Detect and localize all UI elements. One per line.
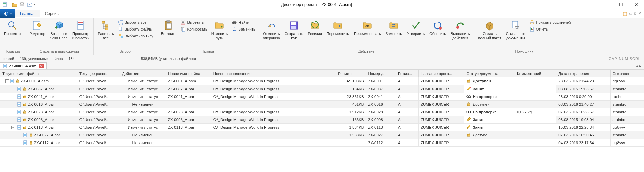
new-icon[interactable] <box>2 2 8 8</box>
maximize-button[interactable]: ☐ <box>613 0 629 9</box>
cube-arrow-icon <box>53 20 64 31</box>
document-tab[interactable]: ZX-0001_A.asm ✕ <box>0 62 47 69</box>
column-header[interactable]: Новое имя файла <box>166 70 211 77</box>
grid[interactable]: Текущее имя файлаТекущее распо...Действи… <box>0 70 644 147</box>
group-edit-label: Правка <box>202 49 214 54</box>
status-icon <box>466 94 471 99</box>
column-header[interactable]: Текущее распо... <box>77 70 120 77</box>
execute-button[interactable]: Выполнить действия <box>449 19 472 42</box>
copy-button[interactable]: Копировать <box>179 26 208 32</box>
table-row[interactable]: ZX-0041_A.parC:\Users\Pavel\...Изменить … <box>0 93 644 101</box>
status-icon <box>466 132 471 138</box>
column-header[interactable]: Статус документа ... <box>464 70 515 77</box>
table-row[interactable]: ZX-0112_A.parC:\Users\Pavel\...Не измене… <box>0 139 644 147</box>
paste-button[interactable]: Вставить <box>159 19 179 37</box>
svg-point-7 <box>9 22 14 27</box>
column-header[interactable]: Название проек... <box>418 70 464 77</box>
cut-button[interactable]: Вырезать <box>179 19 208 25</box>
email-icon[interactable] <box>26 2 33 8</box>
help-minimize-icon[interactable]: ▭ <box>629 12 632 15</box>
column-header[interactable]: Новое расположение <box>211 70 336 77</box>
create-pack-button[interactable]: Создать полный пакет <box>476 19 503 42</box>
file-name: ZX-0016_A.par <box>28 102 54 106</box>
linked-docs-button[interactable]: Связанные документы <box>504 19 527 42</box>
rename-icon: ab <box>362 20 373 31</box>
tab-service[interactable]: Сервис <box>40 9 63 18</box>
svg-rect-3 <box>21 3 23 4</box>
column-header[interactable]: Комментарий <box>515 70 556 77</box>
move-button[interactable]: Переместить <box>325 19 351 37</box>
svg-rect-48 <box>11 80 13 82</box>
column-header[interactable]: Размер <box>336 70 366 77</box>
lock-mini-icon <box>23 125 27 129</box>
find-button[interactable]: Найти <box>230 19 256 25</box>
lock-mini-icon <box>23 102 27 106</box>
status-text: Доступен <box>473 102 489 106</box>
tree-toggle[interactable]: − <box>11 126 15 129</box>
svg-rect-41 <box>533 23 534 24</box>
preview-marks-button[interactable]: Просмотр и пометки <box>70 19 92 42</box>
rename-button[interactable]: ab Переименовать <box>352 19 383 37</box>
column-header[interactable]: Номер д... <box>366 70 396 77</box>
change-path-button[interactable]: Изменить путь <box>209 19 230 42</box>
undo-button[interactable]: Отменить операцию <box>261 19 282 42</box>
svg-rect-40 <box>530 23 531 24</box>
save-as-button[interactable]: Сохранить как <box>283 19 305 42</box>
lock-mini-icon <box>23 118 27 122</box>
status-text: Доступен <box>473 79 491 83</box>
open-icon[interactable] <box>12 2 18 8</box>
table-row[interactable]: ZX-0016_A.parC:\Users\Pavel\...Не измене… <box>0 101 644 108</box>
svg-rect-17 <box>119 20 123 24</box>
status-size: 538,54МВ (уникальных файлов) <box>141 57 609 61</box>
tree-toggle[interactable]: − <box>5 79 9 83</box>
svg-point-25 <box>183 23 185 25</box>
table-row[interactable]: ZX-0027_A.parC:\Users\Pavel\...Не измене… <box>0 131 644 139</box>
status-text: На проверке <box>473 95 496 99</box>
svg-rect-56 <box>24 96 26 98</box>
tab-prev-icon[interactable]: ◂ <box>636 64 638 68</box>
svg-point-36 <box>456 26 459 29</box>
select-by-type-button[interactable]: Выбрать по типу <box>117 33 155 39</box>
ribbon: Просмотр Показать Редактор Возврат в Sol… <box>0 18 644 55</box>
replace-button[interactable]: Заменить <box>230 26 256 32</box>
scissors-icon <box>180 20 186 25</box>
column-header[interactable]: Дата сохранения <box>556 70 610 77</box>
expand-all-button[interactable]: Раскрыть все <box>96 19 116 42</box>
se-icon[interactable] <box>622 11 627 16</box>
help-restore-icon[interactable]: ⧉ <box>634 12 636 16</box>
approve-button[interactable]: Утвердить <box>405 19 427 37</box>
quick-access-toolbar: | ▾ <box>0 2 35 8</box>
column-header[interactable]: Сохранен <box>610 70 644 77</box>
preview-button[interactable]: Просмотр <box>2 19 23 37</box>
table-row[interactable]: ZX-0028_A.parC:\Users\Pavel\...Изменить … <box>0 108 644 116</box>
svg-rect-65 <box>24 112 26 113</box>
show-parents-button[interactable]: Показать родителей <box>528 19 572 25</box>
execute-icon <box>455 20 466 31</box>
reports-button[interactable]: Отчеты <box>528 26 572 32</box>
return-se-button[interactable]: Возврат в Solid Edge <box>48 19 70 42</box>
svg-rect-60 <box>18 104 20 105</box>
help-close-icon[interactable]: ✕ <box>638 11 641 16</box>
app-menu-button[interactable]: ▾ <box>0 9 15 18</box>
column-header[interactable]: Ревиз... <box>396 70 418 77</box>
tab-next-icon[interactable]: ▸ <box>639 64 641 68</box>
replace-action-button[interactable]: Заменить <box>384 19 404 37</box>
column-header[interactable]: Текущее имя файла <box>0 70 77 77</box>
editor-button[interactable]: Редактор <box>27 19 47 37</box>
minimize-button[interactable]: — <box>598 0 613 9</box>
tab-close-button[interactable]: ✕ <box>39 64 44 68</box>
folder-path-icon <box>214 20 225 31</box>
revision-button[interactable]: Ревизия <box>306 19 324 37</box>
close-button[interactable]: ✕ <box>629 0 644 9</box>
column-header[interactable]: Действие <box>120 70 166 77</box>
print-icon[interactable] <box>19 2 25 8</box>
table-row[interactable]: ZX-0098_A.parC:\Users\Pavel\...Изменить … <box>0 116 644 124</box>
select-all-button[interactable]: Выбрать все <box>117 19 155 25</box>
refresh-button[interactable]: Обновить <box>427 19 448 37</box>
table-row[interactable]: ZX-0087_A.parC:\Users\Pavel\...Изменить … <box>0 85 644 93</box>
table-row[interactable]: −ZX-0001_A.asmC:\Users\Pavel\...Изменить… <box>0 77 644 85</box>
tab-main[interactable]: Главная <box>15 10 40 18</box>
table-row[interactable]: − ZX-0113_A.parC:\Users\Pavel\...Изменит… <box>0 124 644 131</box>
select-files-button[interactable]: Выбрать файлы <box>117 26 155 32</box>
group-select-label: Выбор <box>119 49 131 54</box>
